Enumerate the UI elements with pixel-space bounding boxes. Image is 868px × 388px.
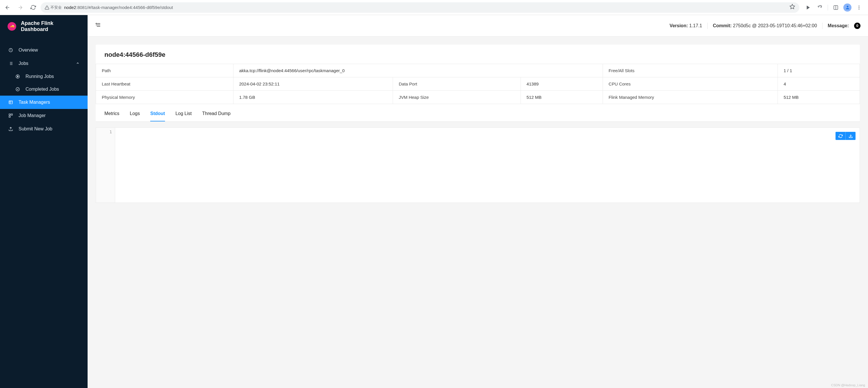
- cluster-icon: [8, 113, 13, 118]
- page-title: node4:44566-d6f59e: [96, 44, 860, 64]
- info-value: 512 MB: [778, 91, 860, 104]
- jobs-submenu: Running Jobs Completed Jobs: [0, 70, 88, 96]
- refresh-icon: [838, 134, 843, 138]
- version-value: 1.17.1: [689, 23, 702, 28]
- log-actions: [836, 132, 856, 140]
- info-key: Data Port: [393, 77, 521, 91]
- svg-marker-1: [807, 5, 810, 9]
- browser-extensions: [802, 3, 866, 12]
- sidebar-item-label: Running Jobs: [26, 74, 54, 79]
- sidebar-item-overview[interactable]: Overview: [0, 43, 88, 57]
- info-value: 4: [778, 77, 860, 91]
- sidebar-item-label: Job Manager: [19, 113, 45, 118]
- url-port: :8081: [76, 5, 87, 10]
- arrow-left-icon: [5, 5, 10, 10]
- profile-avatar[interactable]: [842, 3, 852, 12]
- browser-chrome: 不安全 node2:8081/#/task-manager/node4:4456…: [0, 0, 868, 15]
- table-row: Physical Memory 1.78 GB JVM Heap Size 51…: [96, 91, 860, 104]
- commit-info: Commit: 2750d5c @ 2023-05-19T10:45:46+02…: [713, 23, 817, 28]
- upload-icon: [8, 126, 13, 132]
- table-row: Path akka.tcp://flink@node4:44566/user/r…: [96, 64, 860, 77]
- sidebar-item-label: Completed Jobs: [26, 87, 59, 92]
- svg-rect-24: [9, 114, 10, 115]
- check-circle-icon: [15, 87, 20, 92]
- svg-marker-19: [18, 76, 19, 77]
- sidebar: Apache Flink Dashboard Overview Jobs Run…: [0, 15, 88, 388]
- flink-logo-icon: [7, 22, 17, 31]
- sidebar-item-task-managers[interactable]: Task Managers: [0, 96, 88, 109]
- tab-threaddump[interactable]: Thread Dump: [202, 106, 230, 121]
- sidebar-item-label: Task Managers: [19, 100, 50, 105]
- play-circle-icon: [15, 74, 20, 79]
- info-value: 1.78 GB: [233, 91, 393, 104]
- tab-stdout[interactable]: Stdout: [150, 106, 165, 121]
- forward-button[interactable]: [15, 2, 26, 13]
- info-key: Path: [96, 64, 234, 77]
- warning-triangle-icon: [45, 5, 49, 10]
- download-button[interactable]: [846, 132, 856, 140]
- table-row: Last Heartbeat 2024-04-02 23:52:11 Data …: [96, 77, 860, 91]
- url-path: /#/task-manager/node4:44566-d6f59e/stdou…: [87, 5, 173, 10]
- brand-title: Apache Flink Dashboard: [21, 20, 81, 32]
- info-key: Physical Memory: [96, 91, 234, 104]
- refresh-button[interactable]: [836, 132, 845, 140]
- sidebar-item-completed-jobs[interactable]: Completed Jobs: [7, 83, 88, 96]
- sidebar-item-label: Overview: [19, 47, 38, 53]
- bookmark-star-icon[interactable]: [789, 4, 795, 11]
- sidebar-item-running-jobs[interactable]: Running Jobs: [7, 70, 88, 83]
- info-value: 1 / 1: [778, 64, 860, 77]
- sidebar-item-job-manager[interactable]: Job Manager: [0, 109, 88, 122]
- app-root: Apache Flink Dashboard Overview Jobs Run…: [0, 15, 868, 388]
- sidebar-item-jobs[interactable]: Jobs: [0, 57, 88, 70]
- tab-logs[interactable]: Logs: [130, 106, 140, 121]
- sidebar-toggle-icon[interactable]: [95, 22, 101, 29]
- topbar: Version: 1.17.1 Commit: 2750d5c @ 2023-0…: [88, 15, 868, 36]
- svg-point-6: [859, 7, 860, 8]
- dashboard-icon: [8, 47, 13, 53]
- download-icon: [848, 134, 853, 138]
- message-count-badge[interactable]: 0: [854, 23, 861, 29]
- tab-loglist[interactable]: Log List: [176, 106, 192, 121]
- panel-icon[interactable]: [831, 3, 841, 12]
- brand[interactable]: Apache Flink Dashboard: [0, 15, 88, 38]
- kebab-menu-icon[interactable]: [854, 3, 864, 12]
- info-key: Flink Managed Memory: [602, 91, 778, 104]
- svg-point-5: [859, 5, 860, 6]
- log-content[interactable]: [115, 128, 860, 131]
- puzzle-icon[interactable]: [815, 3, 825, 12]
- separator: [828, 5, 828, 10]
- info-value: 41389: [521, 77, 602, 91]
- info-key: CPU Cores: [602, 77, 778, 91]
- reload-button[interactable]: [28, 2, 38, 13]
- svg-point-10: [13, 25, 13, 26]
- message-label: Message:: [828, 23, 849, 28]
- sidebar-item-submit-job[interactable]: Submit New Job: [0, 122, 88, 136]
- back-button[interactable]: [2, 2, 13, 13]
- svg-rect-21: [9, 101, 12, 104]
- tab-metrics[interactable]: Metrics: [104, 106, 120, 121]
- url-text: node2:8081/#/task-manager/node4:44566-d6…: [64, 5, 173, 10]
- line-number: 1: [99, 130, 112, 134]
- schedule-icon: [8, 100, 13, 105]
- play-icon[interactable]: [803, 3, 813, 12]
- url-host: node2: [64, 5, 76, 10]
- info-value: 512 MB: [521, 91, 602, 104]
- sidebar-item-label: Jobs: [19, 61, 28, 66]
- info-key: Free/All Slots: [602, 64, 778, 77]
- info-key: Last Heartbeat: [96, 77, 234, 91]
- svg-marker-0: [790, 4, 795, 9]
- svg-point-20: [16, 88, 20, 91]
- svg-point-7: [859, 8, 860, 9]
- info-value: 2024-04-02 23:52:11: [233, 77, 393, 91]
- reload-icon: [30, 5, 36, 10]
- main-content: Version: 1.17.1 Commit: 2750d5c @ 2023-0…: [88, 15, 868, 388]
- url-bar[interactable]: 不安全 node2:8081/#/task-manager/node4:4456…: [40, 2, 799, 13]
- info-key: JVM Heap Size: [393, 91, 521, 104]
- watermark: CSDN @Hadoop_Liang: [831, 383, 865, 387]
- sidebar-item-label: Submit New Job: [19, 126, 53, 132]
- list-icon: [8, 61, 13, 66]
- commit-label: Commit:: [713, 23, 732, 28]
- info-value: akka.tcp://flink@node4:44566/user/rpc/ta…: [233, 64, 602, 77]
- arrow-right-icon: [18, 5, 23, 10]
- user-icon: [845, 5, 850, 10]
